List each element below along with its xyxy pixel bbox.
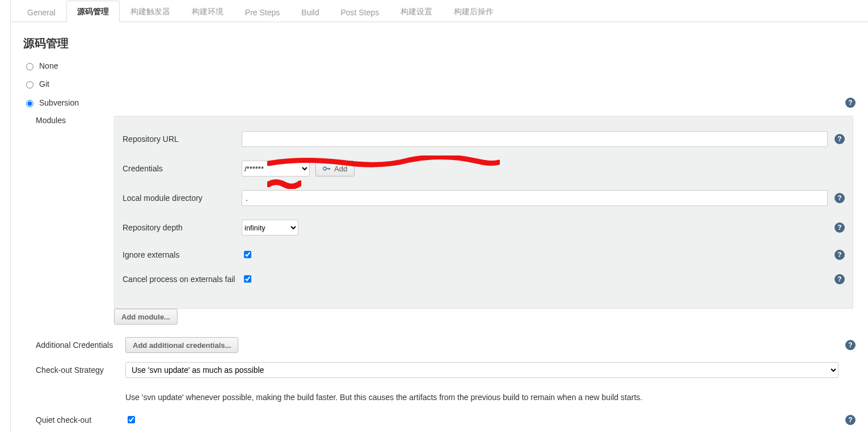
ignore-externals-checkbox[interactable] (244, 251, 251, 258)
tab-build[interactable]: Build (290, 2, 330, 22)
tab-env[interactable]: 构建环境 (181, 1, 234, 22)
quiet-checkout-label: Quiet check-out (23, 415, 125, 424)
section-title: 源码管理 (23, 36, 856, 51)
svg-point-0 (323, 167, 327, 170)
scm-radio-subversion[interactable] (26, 100, 33, 107)
scm-radio-none[interactable] (26, 63, 33, 70)
help-icon[interactable] (835, 193, 845, 203)
scm-label-subversion: Subversion (39, 98, 79, 107)
depth-select[interactable]: infinity (242, 220, 298, 236)
depth-label: Repository depth (123, 223, 242, 232)
help-icon[interactable] (835, 134, 845, 144)
help-icon[interactable] (845, 415, 856, 425)
checkout-strategy-desc: Use 'svn update' whenever possible, maki… (125, 393, 838, 402)
checkout-strategy-label: Check-out Strategy (23, 365, 125, 375)
help-icon[interactable] (835, 274, 845, 284)
tab-build-settings[interactable]: 构建设置 (390, 1, 443, 22)
cancel-externals-checkbox[interactable] (244, 275, 251, 283)
scm-label-git: Git (39, 79, 49, 89)
credentials-select[interactable]: /****** (242, 161, 310, 176)
help-icon[interactable] (845, 340, 856, 350)
add-additional-credentials-button[interactable]: Add additional credentials... (125, 337, 238, 353)
additional-credentials-label: Additional Credentials (23, 340, 125, 350)
add-button-label: Add (334, 165, 347, 173)
help-icon[interactable] (835, 222, 845, 233)
module-box: Repository URL Credentials /****** (114, 116, 853, 309)
svg-rect-2 (329, 168, 330, 170)
add-module-button[interactable]: Add module... (114, 309, 178, 325)
help-icon[interactable] (845, 98, 856, 108)
checkout-strategy-select[interactable]: Use 'svn update' as much as possible (125, 362, 838, 378)
config-tabs: General 源码管理 构建触发器 构建环境 Pre Steps Build … (11, 0, 868, 22)
svg-rect-3 (328, 168, 328, 169)
quiet-checkout-checkbox[interactable] (128, 416, 135, 423)
ignore-externals-label: Ignore externals (123, 250, 242, 259)
local-dir-input[interactable] (242, 190, 828, 206)
tab-post-actions[interactable]: 构建后操作 (443, 1, 504, 22)
tab-scm[interactable]: 源码管理 (66, 1, 120, 22)
tab-post-steps[interactable]: Post Steps (330, 2, 390, 22)
credentials-label: Credentials (123, 164, 242, 173)
cancel-externals-label: Cancel process on externals fail (123, 275, 242, 284)
scm-label-none: None (39, 61, 58, 70)
add-credentials-button[interactable]: Add (315, 161, 355, 176)
tab-general[interactable]: General (16, 2, 66, 22)
repo-url-label: Repository URL (123, 134, 242, 144)
tab-triggers[interactable]: 构建触发器 (120, 1, 181, 22)
scm-radio-git[interactable] (26, 81, 33, 89)
key-icon (323, 166, 331, 171)
local-dir-label: Local module directory (123, 194, 242, 203)
modules-label: Modules (23, 116, 114, 325)
repo-url-input[interactable] (242, 131, 828, 147)
tab-pre-steps[interactable]: Pre Steps (234, 2, 290, 22)
help-icon[interactable] (835, 250, 845, 260)
